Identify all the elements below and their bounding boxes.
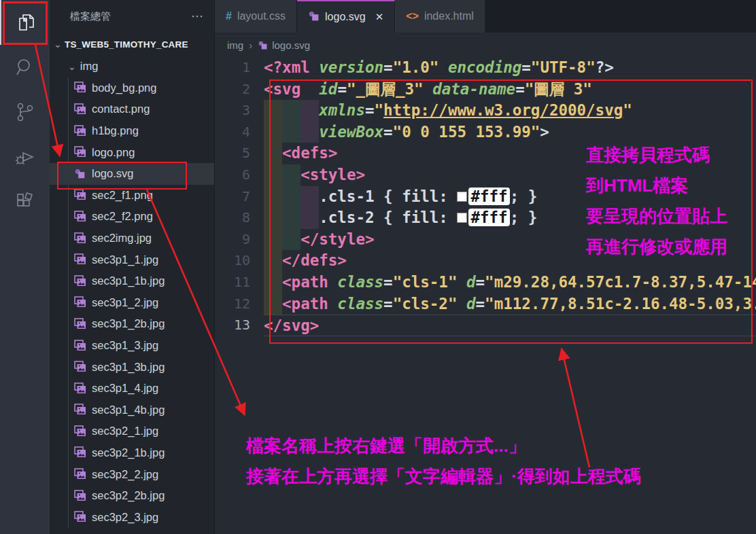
file-row-sec3p1_4.jpg[interactable]: sec3p1_4.jpg <box>50 378 214 399</box>
file-row-sec3p1_3.jpg[interactable]: sec3p1_3.jpg <box>50 335 214 357</box>
code-line-2[interactable]: 2<svg id="_圖層_3" data-name="圖層 3" <box>215 79 756 101</box>
line-number: 13 <box>215 315 264 336</box>
activity-source-control-button[interactable] <box>0 90 50 135</box>
line-number: 2 <box>215 79 264 101</box>
file-row-sec3p2_2b.jpg[interactable]: sec3p2_2b.jpg <box>50 485 214 507</box>
code-line-10[interactable]: 10</defs> <box>215 250 756 272</box>
activity-explorer-button[interactable] <box>0 0 51 45</box>
tab-layout.css[interactable]: #layout.css <box>215 0 297 33</box>
token-eq: = <box>337 80 347 98</box>
image-file-icon <box>74 404 86 416</box>
line-content: <style> <box>264 164 756 186</box>
activity-run-debug-button[interactable] <box>0 135 50 179</box>
file-row-sec3p2_2.jpg[interactable]: sec3p2_2.jpg <box>50 463 214 485</box>
file-row-sec2_f1.png[interactable]: sec2_f1.png <box>50 185 214 207</box>
tab-logo.svg[interactable]: logo.svg✕ <box>297 0 395 33</box>
file-row-sec2_f2.png[interactable]: sec2_f2.png <box>50 206 214 228</box>
file-row-h1bg.png[interactable]: h1bg.png <box>50 120 214 142</box>
token-attr: data-name <box>432 80 515 98</box>
workspace-section-header[interactable]: ⌄ TS_WEB5_TIMOTHY_CARE <box>50 33 214 56</box>
tab-index.html[interactable]: <>index.html <box>395 0 485 33</box>
token-attr: d <box>466 295 476 313</box>
breadcrumb-folder[interactable]: img <box>227 39 243 51</box>
file-row-sec3p1_1.jpg[interactable]: sec3p1_1.jpg <box>50 249 214 270</box>
code-editor[interactable]: 1<?xml version="1.0" encoding="UTF-8"?>2… <box>215 57 756 534</box>
code-line-13[interactable]: 13</svg> <box>215 315 756 336</box>
file-name: sec3p2_3.jpg <box>92 511 158 524</box>
token-plain: .cls-2 { fill: <box>319 209 457 226</box>
file-row-sec3p1_3b.jpg[interactable]: sec3p1_3b.jpg <box>50 356 214 378</box>
indent-rainbow-stripe <box>282 100 300 122</box>
file-row-sec3p1_1b.jpg[interactable]: sec3p1_1b.jpg <box>50 270 214 292</box>
line-content: </defs> <box>264 250 756 272</box>
image-file-icon <box>74 382 86 395</box>
code-line-12[interactable]: 12<path class="cls-2" d="m112.77,8.51c-2… <box>215 293 756 315</box>
token-str: "cls-2" <box>393 295 458 313</box>
token-tag: <path <box>282 295 328 313</box>
token-str: "m29.28,64.57c1.7-8.37,5.47-14. <box>485 273 756 291</box>
activity-search-button[interactable] <box>0 45 50 90</box>
token-str: "UTF-8" <box>531 58 596 76</box>
file-name: sec3p1_4b.jpg <box>92 404 165 416</box>
indent-rainbow-stripe <box>264 229 282 251</box>
folder-row-img[interactable]: ⌄ img <box>50 56 214 77</box>
activity-extensions-button[interactable] <box>0 179 50 224</box>
file-row-sec3p2_1b.jpg[interactable]: sec3p2_1b.jpg <box>50 442 214 464</box>
line-content: .cls-2 { fill: #fff; } <box>264 207 756 229</box>
file-row-logo.svg[interactable]: logo.svg <box>50 163 214 185</box>
file-row-sec3p1_4b.jpg[interactable]: sec3p1_4b.jpg <box>50 399 214 421</box>
code-line-5[interactable]: 5<defs> <box>215 143 756 164</box>
file-row-sec3p1_2.jpg[interactable]: sec3p1_2.jpg <box>50 292 214 314</box>
indent-rainbow-stripe <box>264 100 282 122</box>
indent-rainbow-stripe <box>282 186 300 208</box>
code-line-4[interactable]: 4viewBox="0 0 155 153.99"> <box>215 122 756 143</box>
token-eq: = <box>476 295 485 313</box>
color-swatch-icon[interactable] <box>457 192 467 202</box>
line-number: 3 <box>215 100 264 122</box>
breadcrumb-file[interactable]: logo.svg <box>272 39 310 51</box>
token-eq: = <box>383 273 393 291</box>
extensions-icon <box>14 191 36 213</box>
indent-rainbow-stripe <box>282 229 300 251</box>
file-row-logo.png[interactable]: logo.png <box>50 141 214 163</box>
image-file-icon <box>74 318 86 330</box>
token-attr: class <box>337 295 383 313</box>
indent-rainbow-stripe <box>264 207 282 229</box>
file-row-sec3p2_1.jpg[interactable]: sec3p2_1.jpg <box>50 421 214 442</box>
line-content: .cls-1 { fill: #fff; } <box>264 186 756 208</box>
file-row-sec3p1_2b.jpg[interactable]: sec3p1_2b.jpg <box>50 313 214 335</box>
code-line-7[interactable]: 7.cls-1 { fill: #fff; } <box>215 186 756 208</box>
token-eq: = <box>383 295 393 313</box>
code-line-9[interactable]: 9</style> <box>215 229 756 251</box>
file-row-body_bg.png[interactable]: body_bg.png <box>50 77 214 99</box>
file-name: sec3p1_3.jpg <box>92 339 158 352</box>
file-name: sec2img.jpg <box>92 232 152 245</box>
code-line-11[interactable]: 11<path class="cls-1" d="m29.28,64.57c1.… <box>215 272 756 293</box>
token-plain: > <box>540 123 549 141</box>
explorer-more-actions-button[interactable]: ⋯ <box>191 9 205 24</box>
line-content: </svg> <box>264 315 756 336</box>
indent-rainbow-stripe <box>300 207 319 229</box>
file-row-sec2img.jpg[interactable]: sec2img.jpg <box>50 228 214 249</box>
token-eq: = <box>383 123 393 141</box>
code-line-3[interactable]: 3xmlns="http://www.w3.org/2000/svg" <box>215 100 756 122</box>
file-row-sec3p2_3.jpg[interactable]: sec3p2_3.jpg <box>50 506 214 528</box>
token-eq: = <box>383 58 393 76</box>
token-attr: version <box>319 58 383 76</box>
token-tag: </defs> <box>282 251 347 269</box>
token-url: http://www.w3.org/2000/svg <box>383 101 623 119</box>
file-name: sec3p1_2.jpg <box>92 296 158 309</box>
workspace-name: TS_WEB5_TIMOTHY_CARE <box>65 39 188 50</box>
breadcrumb[interactable]: img › logo.svg <box>215 33 756 57</box>
token-plain <box>439 58 448 76</box>
token-tag: </style> <box>300 230 374 248</box>
code-line-6[interactable]: 6<style> <box>215 164 756 186</box>
file-name: sec3p1_1b.jpg <box>92 274 165 287</box>
color-swatch-icon[interactable] <box>457 213 467 223</box>
code-line-1[interactable]: 1<?xml version="1.0" encoding="UTF-8"?> <box>215 57 756 79</box>
token-str: " <box>623 101 632 119</box>
file-row-contact.png[interactable]: contact.png <box>50 99 214 120</box>
close-icon[interactable]: ✕ <box>375 11 384 23</box>
token-plain <box>424 80 433 98</box>
code-line-8[interactable]: 8.cls-2 { fill: #fff; } <box>215 207 756 229</box>
